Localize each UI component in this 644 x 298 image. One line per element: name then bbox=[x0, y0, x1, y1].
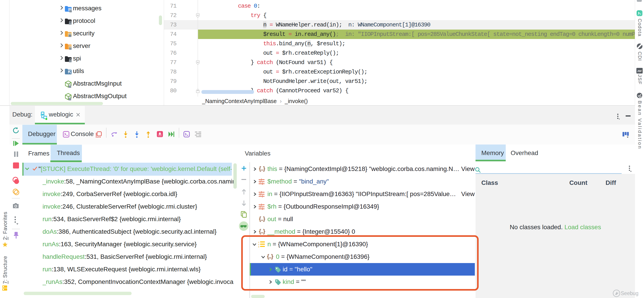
svg-text:Seebug: Seebug bbox=[621, 290, 638, 296]
svg-text:JSF: JSF bbox=[637, 70, 642, 72]
